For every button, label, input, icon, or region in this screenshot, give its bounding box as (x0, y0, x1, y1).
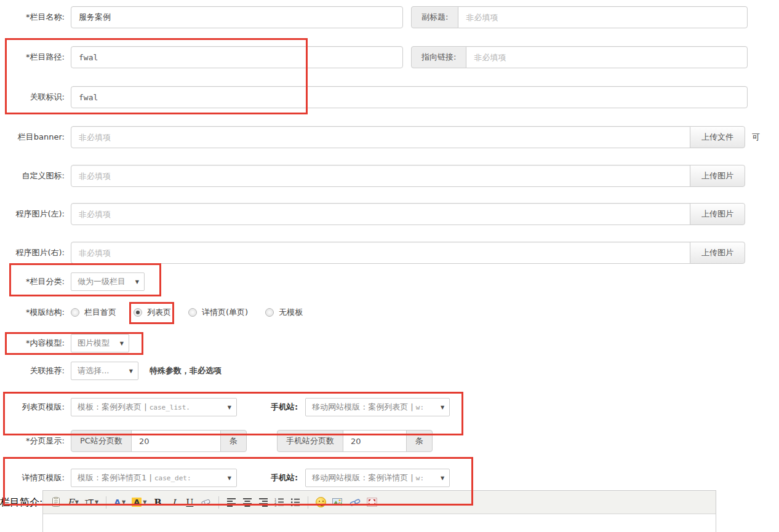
row-content-model: *内容模型: 图片模型 ▼ (0, 334, 779, 352)
row-detail-template: 详情页模版: 模版：案例详情页1 | case_det: ▼ 手机站: 移动网站… (0, 469, 779, 487)
radio-list-page[interactable]: 列表页 (134, 307, 171, 318)
mobile-pagination-addon: 手机站分页数 (277, 430, 343, 452)
svg-text:3: 3 (274, 504, 276, 507)
radio-icon (188, 308, 197, 317)
banner-upload-file-button[interactable]: 上传文件 (690, 126, 745, 148)
pc-pagination-input[interactable] (131, 430, 221, 452)
column-intro-label: 栏目简介: (0, 490, 42, 509)
chevron-down-icon: ▼ (95, 499, 98, 505)
row-column-intro: 栏目简介: F ▼ T T ▼ A ▼ (0, 490, 779, 532)
chevron-down-icon: ▼ (129, 368, 133, 374)
pc-pagination-group: PC站分页数 条 (71, 430, 247, 452)
chevron-down-icon: ▼ (228, 475, 231, 481)
program-image-left-input[interactable] (71, 203, 690, 225)
list-template-label: 列表页模版: (0, 402, 65, 413)
content-model-select[interactable]: 图片模型 ▼ (71, 334, 129, 352)
list-template-pc-file: case_list. (150, 403, 190, 411)
banner-input[interactable] (71, 126, 690, 148)
list-template-mobile-value: 移动网站模版：案例列表页 | (312, 402, 416, 411)
align-center-icon[interactable] (241, 494, 254, 510)
unordered-list-icon[interactable] (289, 494, 302, 510)
link-icon[interactable] (348, 494, 362, 510)
align-left-icon[interactable] (225, 494, 238, 510)
template-structure-label: *模版结构: (0, 307, 65, 318)
row-pagination: *分页显示: PC站分页数 条 手机站分页数 条 (0, 430, 779, 452)
row-column-path: *栏目路径: 指向链接: (0, 46, 779, 68)
detail-template-mobile-value: 移动网站模版：案例详情页 | (312, 473, 416, 482)
chevron-down-icon: ▼ (228, 405, 231, 410)
mobile-pagination-input[interactable] (343, 430, 407, 452)
fullscreen-icon[interactable] (365, 494, 379, 510)
radio-detail-page[interactable]: 详情页(单页) (188, 307, 248, 318)
related-id-input[interactable] (71, 86, 748, 108)
column-edit-form: *栏目名称: 副标题: *栏目路径: 指向链接: 关联标识: 栏目banner:… (0, 0, 779, 532)
program-image-right-label: 程序图片(右): (0, 247, 65, 258)
emoticon-icon[interactable] (314, 494, 328, 510)
pagination-label: *分页显示: (0, 435, 65, 447)
row-list-template: 列表页模版: 模板：案例列表页 | case_list. ▼ 手机站: 移动网站… (0, 398, 779, 416)
detail-template-mobile-select[interactable]: 移动网站模版：案例详情页 | w: ▼ (305, 469, 450, 487)
underline-button[interactable]: U (183, 494, 196, 510)
editor-content-area[interactable] (43, 514, 716, 532)
row-column-name: *栏目名称: 副标题: (0, 6, 779, 28)
column-path-label: *栏目路径: (0, 52, 65, 63)
radio-no-template[interactable]: 无模板 (265, 307, 303, 318)
chevron-down-icon: ▼ (120, 341, 124, 346)
detail-template-mobile-file: w: (416, 474, 424, 482)
detail-template-mobile-label: 手机站: (271, 472, 298, 483)
link-to-group: 指向链接: (411, 46, 748, 68)
paste-icon[interactable] (49, 494, 63, 510)
program-image-left-upload-image-button[interactable]: 上传图片 (690, 203, 745, 225)
custom-icon-input[interactable] (71, 165, 690, 187)
chevron-down-icon: ▼ (75, 499, 79, 505)
custom-icon-label: 自定义图标: (0, 170, 65, 181)
chevron-down-icon: ▼ (143, 499, 146, 505)
row-program-image-right: 程序图片(右): 上传图片 (0, 242, 779, 264)
mobile-pagination-group: 手机站分页数 条 (277, 430, 433, 452)
font-family-button[interactable]: F ▼ (65, 494, 81, 510)
row-column-category: *栏目分类: 做为一级栏目 ▼ (0, 272, 779, 291)
program-image-right-upload-image-button[interactable]: 上传图片 (690, 242, 745, 264)
related-recommend-hint: 特殊参数，非必选项 (150, 365, 222, 376)
bold-button[interactable]: B (151, 494, 164, 510)
banner-label: 栏目banner: (0, 132, 65, 143)
toolbar-divider (106, 496, 106, 509)
list-template-mobile-file: w: (416, 403, 424, 411)
row-template-structure: *模版结构: 栏目首页 列表页 详情页(单页) 无模板 (0, 304, 779, 320)
column-path-input[interactable] (71, 46, 403, 68)
highlight-color-button[interactable]: A ▼ (130, 494, 148, 510)
column-category-label: *栏目分类: (0, 276, 65, 287)
list-template-mobile-select[interactable]: 移动网站模版：案例列表页 | w: ▼ (305, 398, 450, 416)
radio-column-homepage[interactable]: 栏目首页 (71, 307, 116, 318)
chevron-down-icon: ▼ (122, 499, 126, 505)
pc-pagination-unit: 条 (220, 430, 247, 452)
pc-pagination-addon: PC站分页数 (71, 430, 132, 452)
subtitle-group: 副标题: (411, 6, 748, 28)
mobile-pagination-unit: 条 (406, 430, 433, 452)
row-program-image-left: 程序图片(左): 上传图片 (0, 203, 779, 225)
toolbar-divider (218, 496, 219, 509)
program-image-right-input[interactable] (71, 242, 690, 264)
remove-format-eraser-icon[interactable] (199, 494, 213, 510)
radio-icon (265, 308, 274, 317)
subtitle-input[interactable] (458, 6, 748, 28)
custom-icon-upload-image-button[interactable]: 上传图片 (690, 165, 745, 187)
align-right-icon[interactable] (257, 494, 270, 510)
list-template-pc-select[interactable]: 模板：案例列表页 | case_list. ▼ (71, 398, 237, 416)
related-recommend-select-value: 请选择... (78, 365, 109, 376)
column-name-label: *栏目名称: (0, 12, 65, 23)
italic-button[interactable]: I (167, 494, 180, 510)
column-name-input[interactable] (71, 6, 403, 28)
related-recommend-select[interactable]: 请选择... ▼ (71, 362, 138, 380)
content-model-label: *内容模型: (0, 338, 65, 349)
font-size-button[interactable]: T T ▼ (83, 494, 100, 510)
column-category-select[interactable]: 做为一级栏目 ▼ (71, 272, 145, 291)
row-custom-icon: 自定义图标: 上传图片 (0, 165, 779, 187)
chevron-down-icon: ▼ (441, 475, 444, 481)
ordered-list-icon[interactable]: 123 (273, 494, 286, 510)
program-image-left-label: 程序图片(左): (0, 208, 65, 220)
font-color-button[interactable]: A ▼ (112, 494, 127, 510)
link-to-input[interactable] (466, 46, 748, 68)
detail-template-pc-select[interactable]: 模版：案例详情页1 | case_det: ▼ (71, 469, 237, 487)
insert-image-icon[interactable] (330, 494, 345, 510)
